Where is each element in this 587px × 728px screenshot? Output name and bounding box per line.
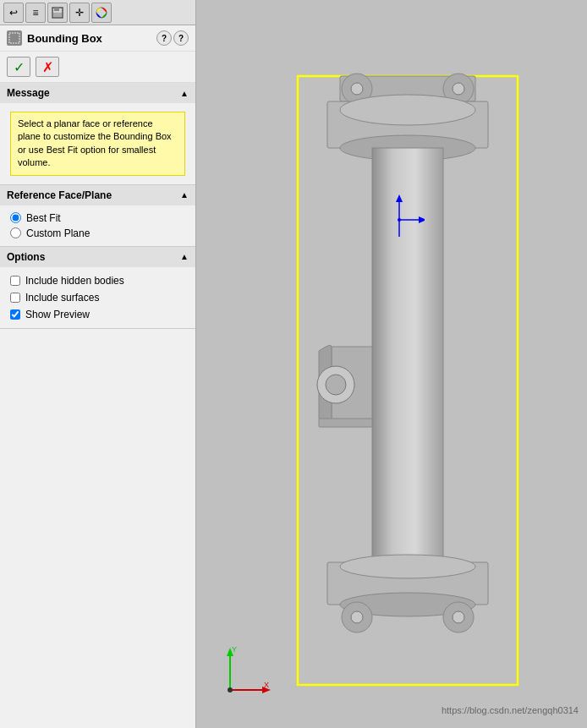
message-section-label: Message <box>7 87 50 99</box>
help-button-2[interactable]: ? <box>173 30 189 46</box>
svg-point-23 <box>351 611 363 623</box>
svg-point-37 <box>228 687 233 692</box>
panel-title: Bounding Box <box>27 32 151 45</box>
reference-section: Reference Face/Plane ▲ Best Fit Custom P… <box>0 185 195 247</box>
model-axes-svg <box>374 190 425 241</box>
svg-rect-1 <box>54 8 59 11</box>
message-box: Select a planar face or reference plane … <box>10 112 185 176</box>
options-section-header[interactable]: Options ▲ <box>0 247 195 267</box>
options-section-label: Options <box>7 251 45 263</box>
show-preview-label: Show Preview <box>25 309 90 320</box>
left-panel: ↩ ≡ ✛ Bounding B <box>0 0 196 728</box>
toolbar: ↩ ≡ ✛ <box>0 0 195 25</box>
include-hidden-checkbox[interactable] <box>10 276 20 286</box>
help-button-1[interactable]: ? <box>156 30 172 46</box>
cancel-button[interactable]: ✗ <box>36 57 59 77</box>
svg-point-9 <box>351 83 363 95</box>
message-collapse-arrow: ▲ <box>180 89 189 98</box>
reference-section-label: Reference Face/Plane <box>7 189 112 201</box>
message-text: Select a planar face or reference plane … <box>18 118 172 167</box>
svg-text:X: X <box>264 681 269 689</box>
message-section: Message ▲ Select a planar face or refere… <box>0 83 195 185</box>
include-surfaces-label: Include surfaces <box>25 292 99 304</box>
svg-point-25 <box>453 611 464 623</box>
new-button[interactable]: ↩ <box>3 3 24 23</box>
title-bar: Bounding Box ? ? <box>0 25 195 52</box>
include-surfaces-option[interactable]: Include surfaces <box>7 289 189 306</box>
svg-text:Y: Y <box>232 645 237 654</box>
svg-rect-18 <box>319 419 372 427</box>
include-hidden-label: Include hidden bodies <box>25 275 124 287</box>
svg-point-11 <box>453 83 464 95</box>
save-button[interactable] <box>47 3 68 23</box>
custom-plane-radio[interactable] <box>10 227 21 238</box>
svg-point-13 <box>340 95 475 125</box>
options-collapse-arrow: ▲ <box>180 252 189 261</box>
message-content: Select a planar face or reference plane … <box>0 103 195 184</box>
reference-content: Best Fit Custom Plane <box>0 205 195 246</box>
message-section-header[interactable]: Message ▲ <box>0 83 195 103</box>
list-button[interactable]: ≡ <box>25 3 46 23</box>
include-surfaces-checkbox[interactable] <box>10 293 20 303</box>
svg-point-20 <box>340 555 475 578</box>
watermark: https://blog.csdn.net/zengqh0314 <box>442 705 579 715</box>
move-button[interactable]: ✛ <box>69 3 90 23</box>
best-fit-radio[interactable] <box>10 212 21 223</box>
options-content: Include hidden bodies Include surfaces S… <box>0 267 195 328</box>
color-button[interactable] <box>91 3 112 23</box>
include-hidden-option[interactable]: Include hidden bodies <box>7 272 189 289</box>
viewport[interactable]: Y X https://blog.csdn.net/zengqh0314 <box>196 0 587 728</box>
svg-marker-27 <box>396 194 403 202</box>
reference-collapse-arrow: ▲ <box>180 190 189 200</box>
custom-plane-option[interactable]: Custom Plane <box>7 226 189 241</box>
help-buttons: ? ? <box>156 30 189 46</box>
bounding-box-icon <box>7 30 22 46</box>
reference-section-header[interactable]: Reference Face/Plane ▲ <box>0 185 195 205</box>
best-fit-option[interactable]: Best Fit <box>7 211 189 226</box>
svg-point-17 <box>326 375 346 395</box>
part-svg <box>247 59 568 702</box>
show-preview-checkbox[interactable] <box>10 309 20 320</box>
svg-rect-5 <box>11 36 18 41</box>
custom-plane-label: Custom Plane <box>26 227 90 239</box>
svg-point-30 <box>398 218 401 222</box>
show-preview-option[interactable]: Show Preview <box>7 306 189 323</box>
svg-rect-2 <box>53 13 62 17</box>
model-area: Y X https://blog.csdn.net/zengqh0314 <box>196 0 587 728</box>
svg-marker-29 <box>419 216 425 223</box>
coord-axes-svg: Y X <box>213 643 272 694</box>
ok-button[interactable]: ✓ <box>7 57 30 77</box>
best-fit-label: Best Fit <box>26 212 61 224</box>
action-row: ✓ ✗ <box>0 52 195 83</box>
options-section: Options ▲ Include hidden bodies Include … <box>0 247 195 329</box>
